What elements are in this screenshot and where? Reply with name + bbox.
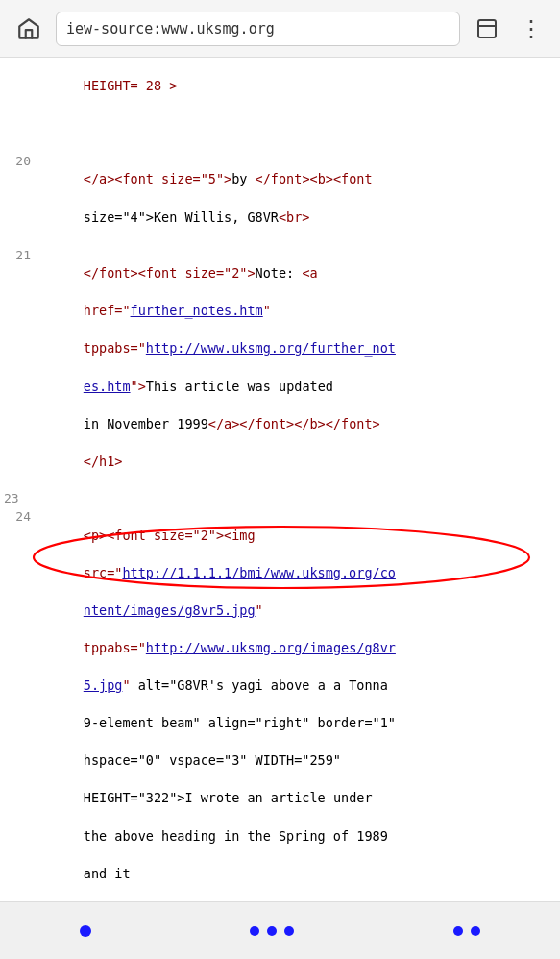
code-line-24: 24 <p><font size="2"><img src="http://1.…	[0, 507, 560, 902]
nav-center[interactable]	[250, 926, 294, 936]
code-line-21: 21 </font><font size="2">Note: <a href="…	[0, 246, 560, 490]
url-text: iew-source:www.uksmg.org	[66, 20, 275, 37]
browser-toolbar: iew-source:www.uksmg.org ⋮	[0, 0, 560, 58]
svg-rect-0	[478, 20, 496, 37]
nav-dot-2	[267, 926, 277, 936]
url-bar[interactable]: iew-source:www.uksmg.org	[56, 12, 460, 46]
nav-right[interactable]	[453, 926, 480, 936]
line-23-spacer: 23	[0, 490, 560, 507]
nav-dot-5	[471, 926, 480, 936]
tab-icon[interactable]	[470, 12, 504, 46]
source-code-view: HEIGHT= 28 > 20 </a><font size="5">by </…	[0, 58, 560, 959]
line-number: 21	[4, 246, 31, 265]
nav-dot-single	[80, 925, 91, 937]
nav-dot-1	[250, 926, 259, 936]
home-button[interactable]	[12, 12, 46, 46]
menu-button[interactable]: ⋮	[514, 12, 548, 46]
nav-left[interactable]	[80, 925, 91, 937]
code-line-20: 20 </a><font size="5">by </font><b><font…	[0, 152, 560, 246]
tag-span: HEIGHT= 28 >	[37, 78, 177, 131]
bottom-navigation	[0, 901, 560, 959]
code-line-top: HEIGHT= 28 >	[0, 58, 560, 152]
line-number: 20	[4, 152, 31, 171]
nav-dot-4	[453, 926, 463, 936]
line-number: 24	[4, 507, 31, 527]
nav-dot-3	[284, 926, 294, 936]
